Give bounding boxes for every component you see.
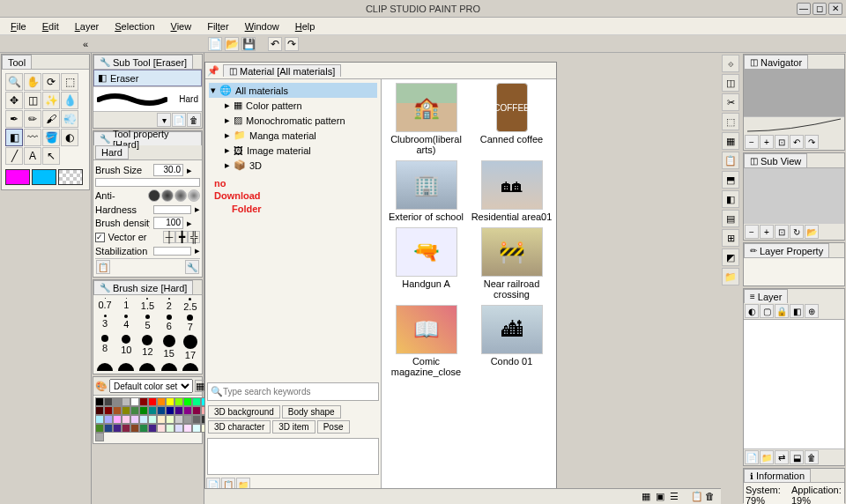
undo-icon[interactable]: ↶ bbox=[268, 37, 282, 51]
brush-preset[interactable] bbox=[181, 362, 200, 372]
material-thumb[interactable]: 🏘Residential area01 bbox=[471, 160, 553, 222]
color-swatch[interactable] bbox=[183, 397, 192, 406]
blend-tool-icon[interactable]: 〰 bbox=[24, 129, 41, 146]
color-swatch[interactable] bbox=[157, 406, 166, 415]
material-thumb[interactable]: 📖Comic magazine_close bbox=[385, 305, 467, 377]
brush-preset[interactable]: 17 bbox=[181, 334, 200, 360]
aa-option-1[interactable] bbox=[148, 189, 160, 202]
color-swatch[interactable] bbox=[122, 406, 130, 415]
color-swatch[interactable] bbox=[183, 406, 192, 415]
material-tree-item[interactable]: ▸▦Color pattern bbox=[209, 98, 377, 113]
text-tool-icon[interactable]: A bbox=[24, 147, 41, 165]
collapse-icon[interactable]: « bbox=[83, 39, 88, 49]
tag-button[interactable]: 3D character bbox=[208, 420, 271, 434]
tag-button[interactable]: Body shape bbox=[282, 405, 341, 419]
material-delete-icon[interactable]: 🗑 bbox=[705, 491, 717, 503]
operation-tool-icon[interactable]: ⬚ bbox=[61, 73, 78, 91]
gradient-tool-icon[interactable]: ◐ bbox=[61, 129, 78, 146]
quickaccess-icon[interactable]: ⟐ bbox=[722, 55, 739, 72]
eraser-tool-icon[interactable]: ◧ bbox=[5, 129, 23, 146]
brush-preset[interactable] bbox=[137, 362, 157, 372]
color-swatch[interactable] bbox=[139, 406, 148, 415]
menu-filter[interactable]: Filter bbox=[200, 19, 235, 33]
redo-icon[interactable]: ↷ bbox=[285, 37, 299, 51]
transparent-color[interactable] bbox=[58, 169, 83, 185]
rotate-left-icon[interactable]: ↶ bbox=[790, 135, 804, 149]
new-icon[interactable]: 📄 bbox=[208, 37, 222, 51]
color-swatch[interactable] bbox=[95, 415, 104, 424]
quickaccess-icon[interactable]: ⊞ bbox=[722, 229, 739, 247]
layerproperty-tab[interactable]: ✏ Layer Property bbox=[744, 243, 829, 257]
color-swatch[interactable] bbox=[95, 406, 104, 415]
color-swatch[interactable] bbox=[183, 424, 192, 433]
vector-mode-2[interactable]: ╋ bbox=[175, 231, 188, 243]
fill-tool-icon[interactable]: 🪣 bbox=[42, 129, 60, 146]
color-swatch[interactable] bbox=[157, 424, 166, 433]
background-color[interactable] bbox=[32, 169, 56, 185]
color-swatch[interactable] bbox=[113, 424, 122, 433]
stabilization-slider[interactable] bbox=[153, 247, 191, 256]
brush-preset[interactable]: 15 bbox=[160, 334, 179, 360]
color-swatch[interactable] bbox=[130, 397, 139, 406]
view-list-icon[interactable]: ☰ bbox=[670, 491, 682, 503]
toolproperty-tab[interactable]: 🔧 Tool property [Hard] bbox=[93, 131, 202, 145]
color-swatch[interactable] bbox=[174, 424, 183, 433]
menu-window[interactable]: Window bbox=[238, 19, 286, 33]
delete-layer-icon[interactable]: 🗑 bbox=[805, 450, 819, 464]
color-swatch[interactable] bbox=[174, 415, 183, 424]
new-folder-icon[interactable]: 📁 bbox=[760, 450, 774, 464]
view-large-icon[interactable]: ▦ bbox=[642, 491, 654, 503]
color-swatch[interactable] bbox=[174, 406, 183, 415]
color-swatch[interactable] bbox=[130, 406, 139, 415]
layer-mask-icon[interactable]: ◧ bbox=[790, 304, 804, 318]
color-swatch[interactable] bbox=[104, 406, 113, 415]
brush-preset[interactable] bbox=[116, 362, 136, 372]
stepper-icon[interactable]: ▸ bbox=[187, 165, 192, 176]
color-swatch[interactable] bbox=[174, 397, 183, 406]
color-swatch[interactable] bbox=[104, 397, 113, 406]
pencil-tool-icon[interactable]: ✏ bbox=[24, 110, 41, 128]
material-prop-icon[interactable]: 📋 bbox=[691, 491, 703, 503]
color-swatch[interactable] bbox=[166, 406, 174, 415]
quickaccess-icon[interactable]: ⬒ bbox=[722, 171, 739, 189]
color-swatch[interactable] bbox=[95, 433, 104, 441]
close-button[interactable]: ✕ bbox=[828, 3, 842, 15]
color-swatch[interactable] bbox=[148, 406, 157, 415]
material-thumb[interactable]: 🏢Exterior of school bbox=[385, 160, 467, 222]
color-swatch[interactable] bbox=[157, 397, 166, 406]
subtool-menu-icon[interactable]: ▾ bbox=[157, 113, 171, 127]
airbrush-tool-icon[interactable]: 💨 bbox=[61, 110, 78, 128]
brush-density-value[interactable]: 100 bbox=[153, 217, 183, 229]
vector-checkbox[interactable]: ✓ bbox=[95, 233, 105, 242]
material-tree-item[interactable]: ▸🖼Image material bbox=[209, 143, 377, 158]
tool-panel-tab[interactable]: Tool bbox=[2, 55, 32, 69]
aa-option-3[interactable] bbox=[174, 189, 187, 202]
hardness-slider[interactable] bbox=[153, 205, 191, 214]
toolproperty-subtab[interactable]: Hard bbox=[95, 145, 129, 159]
colorset-grid[interactable] bbox=[95, 397, 200, 441]
color-swatch[interactable] bbox=[122, 397, 130, 406]
rotate-tool-icon[interactable]: ⟳ bbox=[42, 73, 60, 91]
material-search-input[interactable] bbox=[223, 387, 375, 397]
color-swatch[interactable] bbox=[95, 424, 104, 433]
brush-preset[interactable]: 2.5 bbox=[181, 297, 200, 312]
color-swatch[interactable] bbox=[139, 397, 148, 406]
rotate-right-icon[interactable]: ↷ bbox=[805, 135, 819, 149]
brush-preset[interactable]: 0.7 bbox=[95, 297, 115, 312]
figure-tool-icon[interactable]: ╱ bbox=[5, 147, 23, 165]
subview-open-icon[interactable]: 📂 bbox=[805, 225, 819, 239]
layer-lock-icon[interactable]: 🔒 bbox=[775, 304, 789, 318]
color-swatch[interactable] bbox=[148, 397, 157, 406]
quickaccess-icon[interactable]: 📋 bbox=[722, 152, 739, 169]
menu-layer[interactable]: Layer bbox=[68, 19, 107, 33]
color-swatch[interactable] bbox=[192, 415, 201, 424]
toolprop-save-icon[interactable]: 📋 bbox=[96, 260, 110, 274]
stepper-icon[interactable]: ▸ bbox=[195, 204, 200, 215]
move-tool-icon[interactable]: ✋ bbox=[24, 73, 41, 91]
menu-selection[interactable]: Selection bbox=[108, 19, 161, 33]
aa-option-2[interactable] bbox=[161, 189, 174, 202]
quickaccess-icon[interactable]: ◫ bbox=[722, 74, 739, 92]
quickaccess-icon[interactable]: ◩ bbox=[722, 248, 739, 266]
subview-fit-icon[interactable]: ⊡ bbox=[775, 225, 789, 239]
expand-icon[interactable]: ▸ bbox=[225, 145, 230, 156]
